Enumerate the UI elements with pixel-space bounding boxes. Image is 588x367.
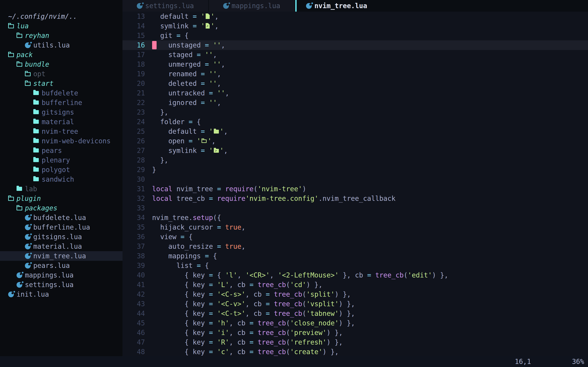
code-token: require (217, 194, 245, 202)
code-line-22[interactable]: 22 ignored = '', (122, 98, 588, 108)
code-token: = (205, 60, 213, 68)
cursor (152, 41, 156, 49)
code-token: cb (237, 319, 250, 327)
code-line-18[interactable]: 18 unmerged = '', (122, 59, 588, 69)
tree-item-start[interactable]: start (0, 79, 122, 88)
tab-nvim_tree.lua[interactable]: nvim_tree.lua (297, 0, 379, 12)
code-token: unmerged (152, 60, 205, 68)
tree-item-plugin[interactable]: plugin (0, 194, 122, 203)
code-line-45[interactable]: 45 { key = 'h', cb = tree_cb('close_node… (122, 318, 588, 328)
code-line-37[interactable]: 37 auto_resize = true, (122, 242, 588, 251)
code-token (152, 338, 185, 346)
tree-item-gitsigns[interactable]: gitsigns (0, 108, 122, 117)
tree-item-label: bufdelete (42, 89, 78, 97)
code-editor[interactable]: 13 default = '',14 symlink = '',15 git =… (122, 12, 588, 356)
code-token: folder (152, 118, 189, 126)
tree-item-lua[interactable]: lua (0, 21, 122, 31)
tree-item-pack[interactable]: pack (0, 50, 122, 59)
code-line-21[interactable]: 21 untracked = '', (122, 88, 588, 98)
code-line-24[interactable]: 24 folder = { (122, 117, 588, 127)
tree-item-sandwich[interactable]: sandwich (0, 175, 122, 184)
code-line-48[interactable]: 48 { key = 'c', cb = tree_cb('create') }… (122, 347, 588, 356)
code-line-30[interactable]: 30 (122, 175, 588, 184)
tree-item-bufferline.lua[interactable]: bufferline.lua (0, 222, 122, 232)
code-line-41[interactable]: 41 { key = 'L', cb = tree_cb('cd') }, (122, 280, 588, 290)
code-token (152, 309, 185, 317)
code-token: ' (197, 137, 201, 145)
tree-item-packages[interactable]: packages (0, 203, 122, 213)
tree-item-plenary[interactable]: plenary (0, 155, 122, 165)
tab-mappings.lua[interactable]: mappings.lua (209, 0, 295, 12)
code-line-42[interactable]: 42 { key = '<C-s>', cb = tree_cb('split'… (122, 290, 588, 299)
code-line-46[interactable]: 46 { key = 'i', cb = tree_cb('preview') … (122, 328, 588, 337)
code-line-15[interactable]: 15 git = { (122, 31, 588, 40)
tree-item-utils.lua[interactable]: utils.lua (0, 40, 122, 50)
tree-item-nvim-web-devicons[interactable]: nvim-web-devicons (0, 136, 122, 146)
tree-item-nvim_tree.lua[interactable]: nvim_tree.lua (0, 251, 122, 261)
code-line-20[interactable]: 20 deleted = '', (122, 79, 588, 88)
code-line-47[interactable]: 47 { key = 'R', cb = tree_cb('refresh') … (122, 337, 588, 347)
code-line-29[interactable]: 29} (122, 165, 588, 175)
tree-item-polygot[interactable]: polygot (0, 165, 122, 175)
code-line-23[interactable]: 23 }, (122, 108, 588, 117)
code-line-40[interactable]: 40 { key = { 'l', '<CR>', '<2-LeftMouse>… (122, 270, 588, 280)
code-token: ) (339, 300, 343, 308)
code-token: ' (210, 22, 215, 30)
tree-item-pears[interactable]: pears (0, 146, 122, 155)
code-line-28[interactable]: 28 }, (122, 155, 588, 165)
tree-item-gitsigns.lua[interactable]: gitsigns.lua (0, 232, 122, 242)
line-number: 27 (122, 146, 145, 155)
tree-item-pears.lua[interactable]: pears.lua (0, 261, 122, 270)
code-line-26[interactable]: 26 open = '', (122, 136, 588, 146)
code-line-31[interactable]: 31local nvim_tree = require('nvim-tree') (122, 184, 588, 194)
tree-item-~/.config/nvim/..[interactable]: ~/.config/nvim/.. (0, 12, 122, 21)
tree-item-bufdelete[interactable]: bufdelete (0, 88, 122, 98)
code-line-17[interactable]: 17 staged = '', (122, 50, 588, 59)
code-line-14[interactable]: 14 symlink = '', (122, 21, 588, 31)
lua-file-icon (25, 251, 33, 261)
code-token: = (250, 319, 258, 327)
code-token: 'split' (306, 290, 335, 298)
code-line-32[interactable]: 32local tree_cb = require'nvim-tree.conf… (122, 194, 588, 203)
tree-item-material[interactable]: material (0, 117, 122, 127)
code-line-19[interactable]: 19 renamed = '', (122, 69, 588, 79)
code-token: ) (327, 329, 330, 337)
code-token: tree_cb (176, 194, 209, 202)
tab-settings.lua[interactable]: settings.lua (122, 0, 209, 12)
code-token: = (209, 290, 217, 298)
code-line-39[interactable]: 39 list = { (122, 261, 588, 270)
code-line-38[interactable]: 38 mappings = { (122, 251, 588, 261)
tree-item-reyhan[interactable]: reyhan (0, 31, 122, 40)
code-line-44[interactable]: 44 { key = '<C-t>', cb = tree_cb('tabnew… (122, 309, 588, 318)
tree-item-bufferline[interactable]: bufferline (0, 98, 122, 108)
code-token: 'create' (290, 348, 323, 356)
tree-item-opt[interactable]: opt (0, 69, 122, 79)
code-token: require (225, 185, 254, 193)
code-line-35[interactable]: 35 hijack_cursor = true, (122, 222, 588, 232)
tree-item-mappings.lua[interactable]: mappings.lua (0, 270, 122, 280)
code-line-25[interactable]: 25 default = '', (122, 127, 588, 136)
tree-item-bundle[interactable]: bundle (0, 59, 122, 69)
folder-open-icon (8, 21, 17, 31)
line-number: 37 (122, 242, 145, 251)
tree-item-nvim-tree[interactable]: nvim-tree (0, 127, 122, 136)
code-token: }, (343, 319, 355, 327)
code-line-34[interactable]: 34nvim_tree.setup({ (122, 213, 588, 222)
code-token: cb (237, 329, 250, 337)
code-line-27[interactable]: 27 symlink = '', (122, 146, 588, 155)
code-token: = (201, 127, 209, 135)
line-number: 30 (122, 175, 145, 184)
dirlink-icon (214, 149, 219, 153)
tree-item-init.lua[interactable]: init.lua (0, 290, 122, 299)
tree-item-lab[interactable]: lab (0, 184, 122, 194)
tree-item-material.lua[interactable]: material.lua (0, 242, 122, 251)
code-line-33[interactable]: 33 (122, 203, 588, 213)
code-line-13[interactable]: 13 default = '', (122, 12, 588, 21)
code-line-43[interactable]: 43 { key = '<C-v>', cb = tree_cb('vsplit… (122, 299, 588, 309)
tree-item-settings.lua[interactable]: settings.lua (0, 280, 122, 290)
code-line-16[interactable]: 16 unstaged = '', (122, 40, 588, 50)
tree-item-bufdelete.lua[interactable]: bufdelete.lua (0, 213, 122, 222)
tree-item-label: nvim-tree (42, 127, 78, 135)
code-line-36[interactable]: 36 view = { (122, 232, 588, 242)
code-token: nvim_tree (176, 185, 217, 193)
